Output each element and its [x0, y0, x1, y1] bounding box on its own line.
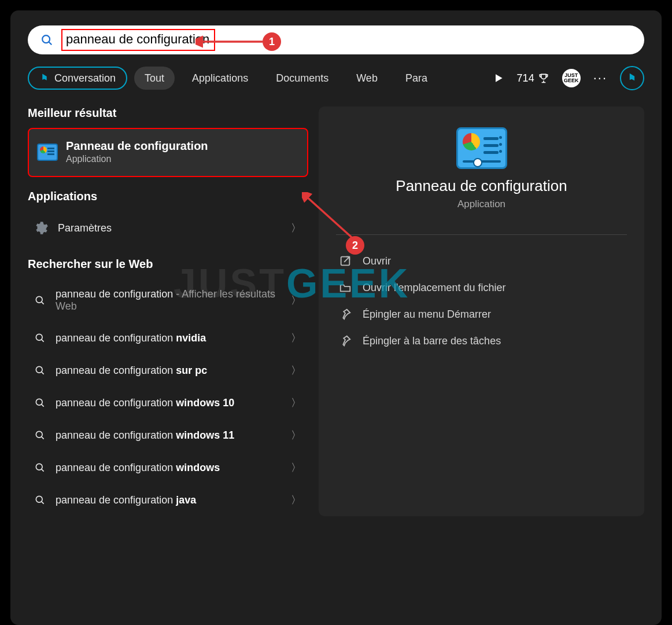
filter-row: Conversation Tout Applications Documents… [28, 66, 644, 90]
pin-icon [338, 308, 352, 321]
chevron-right-icon: 〉 [291, 363, 301, 377]
applications-header: Applications [28, 190, 308, 203]
chevron-right-icon: 〉 [291, 396, 301, 410]
open-icon [338, 255, 352, 267]
tab-applications-label: Applications [192, 72, 248, 84]
svg-line-5 [42, 340, 44, 342]
tab-documents[interactable]: Documents [265, 67, 339, 90]
svg-line-1 [49, 42, 52, 45]
action-pin-taskbar-label: Épingler à la barre des tâches [363, 335, 501, 347]
tab-more-truncated[interactable]: Para [395, 67, 433, 90]
svg-line-9 [42, 405, 44, 407]
search-icon [34, 461, 46, 474]
web-result-text: panneau de configuration windows 11 [56, 429, 282, 442]
search-bar[interactable]: panneau de configuration [28, 25, 644, 54]
chevron-right-icon: 〉 [291, 221, 301, 235]
svg-point-4 [36, 334, 42, 340]
chevron-right-icon: 〉 [291, 493, 301, 507]
tab-all-label: Tout [145, 72, 164, 84]
gear-icon [34, 220, 49, 236]
tab-web-label: Web [356, 72, 378, 84]
rewards-points-value: 714 [517, 72, 534, 84]
pin-icon [338, 334, 352, 347]
search-icon [34, 429, 46, 442]
svg-line-11 [42, 437, 44, 439]
search-panel: panneau de configuration Conversation To… [10, 10, 662, 625]
tab-all[interactable]: Tout [134, 67, 175, 90]
action-pin-start[interactable]: Épingler au menu Démarrer [334, 301, 629, 328]
web-result-text: panneau de configuration windows 10 [56, 397, 282, 409]
web-result-6[interactable]: panneau de configuration java〉 [28, 484, 308, 516]
control-panel-icon [37, 144, 58, 161]
bing-chat-icon [39, 73, 50, 83]
folder-icon [338, 281, 352, 294]
web-result-4[interactable]: panneau de configuration windows 11〉 [28, 419, 308, 451]
svg-line-15 [42, 502, 44, 504]
play-icon[interactable] [493, 72, 504, 84]
search-icon [40, 34, 53, 46]
search-icon [34, 364, 46, 377]
more-menu-icon[interactable]: ··· [593, 71, 607, 86]
tab-applications[interactable]: Applications [182, 67, 259, 90]
web-result-3[interactable]: panneau de configuration windows 10〉 [28, 387, 308, 419]
tab-web[interactable]: Web [346, 67, 388, 90]
tab-documents-label: Documents [276, 72, 328, 84]
annotation-callout-2: 2 [346, 236, 364, 255]
svg-point-10 [36, 431, 42, 438]
bing-chat-button[interactable] [620, 66, 644, 90]
avatar[interactable]: JUST GEEK [562, 69, 581, 87]
svg-line-13 [42, 469, 44, 472]
svg-point-0 [42, 35, 50, 43]
search-icon [34, 294, 46, 307]
bing-icon [626, 72, 638, 84]
search-icon [34, 494, 46, 506]
chevron-right-icon: 〉 [291, 293, 301, 307]
search-input[interactable]: panneau de configuration [61, 29, 215, 51]
action-pin-taskbar[interactable]: Épingler à la barre des tâches [334, 328, 629, 354]
divider [336, 234, 627, 235]
svg-point-6 [36, 366, 42, 373]
action-open-location-label: Ouvrir l'emplacement du fichier [363, 282, 506, 294]
control-panel-icon-large [456, 127, 507, 169]
web-result-text: panneau de configuration sur pc [56, 365, 282, 377]
best-result-item[interactable]: Panneau de configuration Application [28, 128, 308, 177]
web-result-text: panneau de configuration - Afficher les … [56, 288, 282, 312]
details-title: Panneau de configuration [334, 177, 629, 195]
annotation-callout-1: 1 [263, 32, 281, 51]
details-pane: Panneau de configuration Application Ouv… [319, 106, 644, 516]
tab-conversation-label: Conversation [54, 72, 116, 84]
app-result-parametres[interactable]: Paramètres 〉 [28, 211, 308, 245]
action-pin-start-label: Épingler au menu Démarrer [363, 308, 491, 321]
trophy-icon [538, 72, 549, 84]
svg-line-3 [42, 302, 44, 304]
chevron-right-icon: 〉 [291, 331, 301, 345]
results-column: Meilleur résultat Panneau de configurati… [28, 106, 308, 516]
action-open[interactable]: Ouvrir [334, 248, 629, 274]
app-result-label: Paramètres [58, 222, 282, 234]
tab-more-label: Para [405, 72, 427, 84]
action-open-location[interactable]: Ouvrir l'emplacement du fichier [334, 274, 629, 301]
web-search-header: Rechercher sur le Web [28, 258, 308, 271]
chevron-right-icon: 〉 [291, 461, 301, 475]
svg-line-7 [42, 372, 44, 374]
rewards-points[interactable]: 714 [517, 72, 549, 84]
best-result-title: Panneau de configuration [66, 139, 208, 153]
svg-point-8 [36, 399, 42, 405]
best-result-header: Meilleur résultat [28, 106, 308, 120]
web-result-text: panneau de configuration java [56, 494, 282, 506]
search-icon [34, 332, 46, 344]
tab-conversation[interactable]: Conversation [28, 67, 127, 90]
search-icon [34, 396, 46, 409]
web-result-5[interactable]: panneau de configuration windows〉 [28, 451, 308, 484]
web-result-2[interactable]: panneau de configuration sur pc〉 [28, 354, 308, 387]
web-result-1[interactable]: panneau de configuration nvidia〉 [28, 322, 308, 354]
chevron-right-icon: 〉 [291, 428, 301, 442]
details-subtitle: Application [334, 198, 629, 210]
avatar-text: JUST GEEK [562, 73, 581, 83]
svg-point-2 [36, 296, 42, 303]
web-result-0[interactable]: panneau de configuration - Afficher les … [28, 279, 308, 322]
best-result-subtitle: Application [66, 154, 208, 164]
svg-point-12 [36, 464, 42, 470]
svg-point-14 [36, 496, 42, 502]
action-open-label: Ouvrir [363, 255, 391, 267]
